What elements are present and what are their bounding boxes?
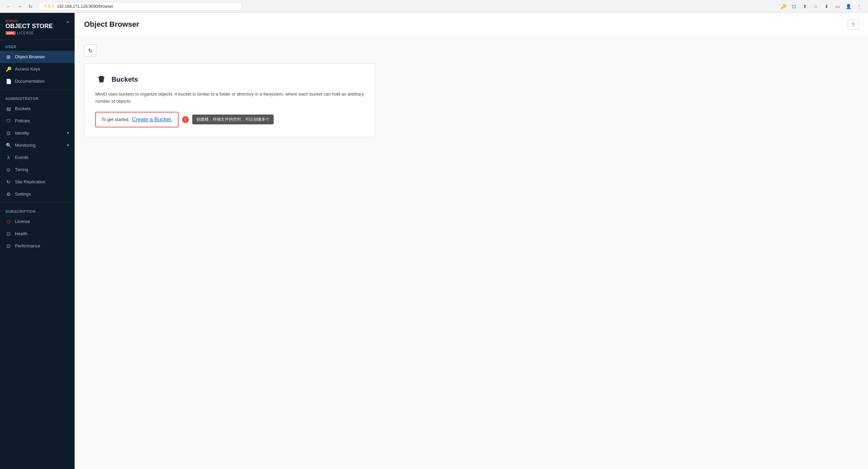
sidebar-item-label: Buckets <box>15 106 69 111</box>
forward-button[interactable]: → <box>15 2 24 11</box>
sidebar-toggle-btn[interactable]: ▭ <box>833 2 842 11</box>
logo-agpl: AGPL LICENSE <box>5 31 53 35</box>
get-started-text: To get started, <box>101 117 129 122</box>
get-started-row: To get started, Create a Bucket. ! 创建桶，存… <box>95 112 364 127</box>
buckets-card-title: Buckets <box>112 76 138 83</box>
sidebar-item-settings[interactable]: ⚙ Settings <box>0 188 75 200</box>
sidebar-item-events[interactable]: λ Events <box>0 151 75 164</box>
share-btn[interactable]: ⬆ <box>800 2 810 11</box>
sidebar-item-label: Access Keys <box>15 66 69 72</box>
identity-icon: ⊡ <box>5 130 12 136</box>
sidebar-item-monitoring[interactable]: 🔍 Monitoring ▾ <box>0 139 75 151</box>
sidebar-item-performance[interactable]: ⊡ Performance <box>0 240 75 252</box>
user-section-label: User <box>0 40 75 51</box>
create-bucket-link[interactable]: Create a Bucket. <box>132 117 172 123</box>
main-header: Object Browser ? <box>75 13 868 36</box>
buckets-description: MinIO uses buckets to organize objects. … <box>95 91 364 105</box>
bucket-svg-icon <box>96 74 106 84</box>
events-icon: λ <box>5 155 12 161</box>
reload-button[interactable]: ↻ <box>26 2 35 11</box>
buckets-icon: ▤ <box>5 106 12 112</box>
sidebar-item-object-browser[interactable]: ⊞ Object Browser <box>0 51 75 63</box>
menu-btn[interactable]: ⋮ <box>854 2 864 11</box>
logo-license: LICENSE <box>17 31 34 35</box>
logo-object-store: OBJECT STORE <box>5 23 53 30</box>
get-started-box: To get started, Create a Bucket. <box>95 112 179 127</box>
svg-rect-1 <box>99 76 103 77</box>
address-bar[interactable]: 不安全 192.168.171.128:9090/browser <box>39 2 242 11</box>
buckets-card: Buckets MinIO uses buckets to organize o… <box>84 63 376 137</box>
identity-chevron-icon: ▾ <box>67 131 69 135</box>
sidebar-item-tiering[interactable]: ⊙ Tiering <box>0 164 75 176</box>
tiering-icon: ⊙ <box>5 167 12 173</box>
agpl-badge: AGPL <box>5 31 16 35</box>
health-icon: ⊡ <box>5 231 12 237</box>
logo-text: MINIO OBJECT STORE AGPL LICENSE <box>5 19 53 35</box>
sidebar-item-label: Settings <box>15 191 69 197</box>
sidebar-item-label: License <box>15 219 69 224</box>
sidebar: MINIO OBJECT STORE AGPL LICENSE « User ⊞… <box>0 13 75 469</box>
profile-btn[interactable]: 👤 <box>844 2 853 11</box>
page-title: Object Browser <box>84 20 139 29</box>
app: MINIO OBJECT STORE AGPL LICENSE « User ⊞… <box>0 13 868 469</box>
monitoring-icon: 🔍 <box>5 142 12 148</box>
svg-rect-0 <box>98 77 105 78</box>
cast-btn[interactable]: ⊡ <box>789 2 799 11</box>
policies-icon: 🛡 <box>5 118 12 124</box>
object-browser-icon: ⊞ <box>5 54 12 60</box>
monitoring-chevron-icon: ▾ <box>67 143 69 147</box>
browser-chrome: ← → ↻ 不安全 192.168.171.128:9090/browser 🔑… <box>0 0 868 13</box>
sidebar-item-policies[interactable]: 🛡 Policies <box>0 115 75 127</box>
sidebar-item-site-replication[interactable]: ↻ Site Replication <box>0 176 75 188</box>
bucket-icon <box>95 73 107 85</box>
tooltip-bubble: 创建桶，存储文件的空间，可以创建多个 <box>192 115 274 124</box>
browser-actions: 🔑 ⊡ ⬆ ☆ ⬇ ▭ 👤 ⋮ <box>778 2 864 11</box>
main-body: ↻ Buckets MinIO uses buckets to organize… <box>75 36 868 469</box>
sidebar-item-label: Site Replication <box>15 179 69 184</box>
sidebar-divider-2 <box>0 202 75 203</box>
sidebar-item-label: Documentation <box>15 79 69 84</box>
sidebar-item-health[interactable]: ⊡ Health <box>0 228 75 240</box>
refresh-button[interactable]: ↻ <box>84 44 96 57</box>
url-text: 192.168.171.128:9090/browser <box>57 4 113 9</box>
key-icon-btn[interactable]: 🔑 <box>778 2 788 11</box>
help-button[interactable]: ? <box>848 19 859 30</box>
browser-nav-buttons: ← → ↻ <box>4 2 35 11</box>
sidebar-item-label: Events <box>15 155 69 160</box>
performance-icon: ⊡ <box>5 243 12 249</box>
access-keys-icon: 🔑 <box>5 66 12 72</box>
sidebar-item-label: Identity <box>15 130 64 136</box>
sidebar-item-license[interactable]: ⬡ License <box>0 216 75 228</box>
main-content: Object Browser ? ↻ Buckets MinIO uses b <box>75 13 868 469</box>
sidebar-collapse-btn[interactable]: « <box>66 19 69 24</box>
back-button[interactable]: ← <box>4 2 14 11</box>
admin-section-label: Administrator <box>0 92 75 103</box>
sidebar-item-buckets[interactable]: ▤ Buckets <box>0 103 75 115</box>
sidebar-item-label: Monitoring <box>15 143 64 148</box>
security-warning: 不安全 <box>44 4 55 9</box>
sidebar-item-documentation[interactable]: 📄 Documentation <box>0 75 75 87</box>
sidebar-item-label: Object Browser <box>15 54 69 59</box>
tooltip-icon: ! <box>182 116 189 123</box>
site-replication-icon: ↻ <box>5 179 12 185</box>
sidebar-item-identity[interactable]: ⊡ Identity ▾ <box>0 127 75 139</box>
sidebar-item-label: Performance <box>15 243 69 248</box>
sidebar-divider <box>0 89 75 90</box>
download-btn[interactable]: ⬇ <box>822 2 831 11</box>
bookmark-btn[interactable]: ☆ <box>811 2 821 11</box>
documentation-icon: 📄 <box>5 78 12 84</box>
sidebar-item-label: Tiering <box>15 167 69 172</box>
subscription-section-label: Subscription <box>0 205 75 216</box>
settings-icon: ⚙ <box>5 191 12 197</box>
sidebar-item-label: Health <box>15 231 69 236</box>
license-icon: ⬡ <box>5 219 12 225</box>
sidebar-item-access-keys[interactable]: 🔑 Access Keys <box>0 63 75 75</box>
sidebar-logo: MINIO OBJECT STORE AGPL LICENSE « <box>0 13 75 40</box>
buckets-card-header: Buckets <box>95 73 364 85</box>
sidebar-item-label: Policies <box>15 118 69 123</box>
